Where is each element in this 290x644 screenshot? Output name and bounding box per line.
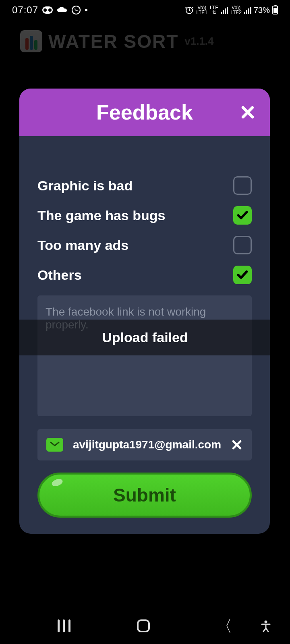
feedback-textarea[interactable]: [37, 295, 252, 416]
alarm-icon: [185, 6, 194, 14]
background-app-header: WATER SORT v1.1.4: [20, 30, 214, 52]
option-label: Others: [37, 267, 82, 283]
checkbox-icon[interactable]: [233, 176, 252, 195]
option-label: Graphic is bad: [37, 178, 133, 194]
app-icon: [20, 30, 42, 52]
svg-point-5: [265, 621, 267, 623]
battery-percent: 73%: [254, 6, 270, 15]
accessibility-icon[interactable]: [258, 618, 274, 634]
checkbox-checked-icon[interactable]: [233, 266, 252, 284]
status-right: Vo))LTE1 LTE⇅ Vo))LTE2 73%: [185, 5, 278, 15]
whatsapp-icon: [71, 5, 81, 15]
navigation-bar: 〈: [0, 608, 290, 644]
mail-icon: [46, 438, 63, 452]
clear-email-icon[interactable]: [231, 439, 243, 451]
clock-time: 07:07: [12, 4, 38, 16]
cloud-icon: [57, 6, 67, 14]
nav-recents-button[interactable]: [58, 619, 70, 632]
option-others[interactable]: Others: [37, 266, 252, 284]
modal-header: Feedback: [19, 89, 270, 136]
toast-text: Upload failed: [102, 330, 188, 345]
upload-failed-toast: Upload failed: [19, 320, 270, 355]
signal-bars-1: [221, 6, 228, 14]
dot-icon: [85, 9, 87, 11]
status-bar: 07:07 Vo))LTE1 LTE⇅ Vo))LTE2 73%: [0, 0, 290, 20]
battery-icon: [272, 6, 278, 14]
signal-bars-2: [244, 6, 251, 14]
checkbox-icon[interactable]: [233, 236, 252, 254]
nav-back-button[interactable]: 〈: [216, 615, 232, 637]
voicemail-icon: [42, 6, 53, 14]
svg-point-2: [48, 8, 52, 12]
app-version: v1.1.4: [184, 35, 213, 47]
svg-point-1: [44, 8, 47, 12]
status-left: 07:07: [12, 4, 87, 16]
option-game-bugs[interactable]: The game has bugs: [37, 206, 252, 225]
email-field-row[interactable]: avijitgupta1971@gmail.com: [37, 429, 252, 460]
modal-title: Feedback: [96, 100, 193, 124]
option-too-many-ads[interactable]: Too many ads: [37, 236, 252, 254]
nav-home-button[interactable]: [137, 619, 150, 632]
option-label: Too many ads: [37, 237, 128, 253]
lte2-indicator: Vo))LTE2: [230, 5, 242, 15]
email-value: avijitgupta1971@gmail.com: [70, 438, 224, 451]
option-graphic-bad[interactable]: Graphic is bad: [37, 176, 252, 195]
modal-body: Graphic is bad The game has bugs Too man…: [19, 136, 270, 534]
close-icon[interactable]: [240, 104, 256, 120]
lte1-indicator: Vo))LTE1: [196, 5, 207, 15]
lte-data-icon: LTE⇅: [210, 5, 218, 15]
feedback-modal: Feedback Graphic is bad The game has bug…: [19, 89, 270, 534]
svg-point-3: [72, 6, 80, 14]
app-title: WATER SORT: [48, 31, 178, 52]
submit-button[interactable]: Submit: [37, 473, 252, 518]
option-label: The game has bugs: [37, 208, 165, 223]
checkbox-checked-icon[interactable]: [233, 206, 252, 225]
feedback-textarea-wrap: Upload failed: [37, 295, 252, 418]
